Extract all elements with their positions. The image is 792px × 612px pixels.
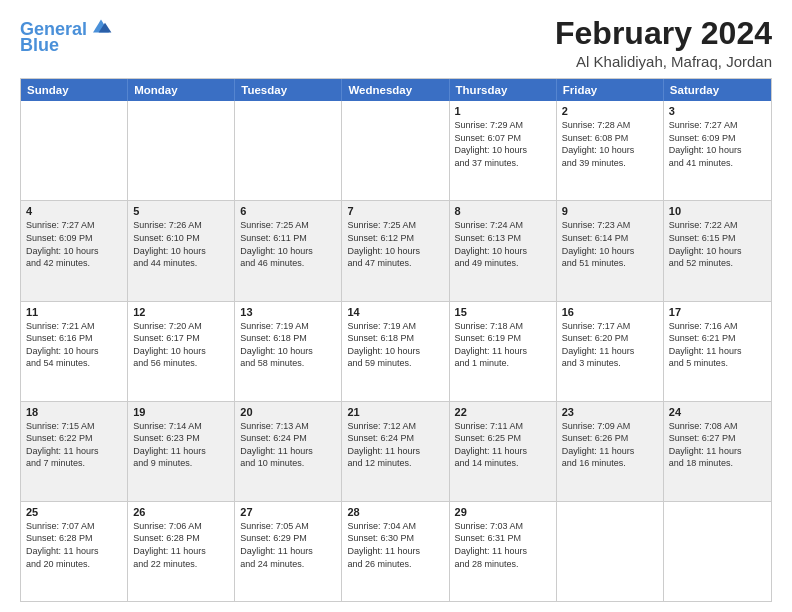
day-cell-8: 8Sunrise: 7:24 AM Sunset: 6:13 PM Daylig… — [450, 201, 557, 300]
day-info: Sunrise: 7:19 AM Sunset: 6:18 PM Dayligh… — [347, 320, 443, 370]
day-info: Sunrise: 7:19 AM Sunset: 6:18 PM Dayligh… — [240, 320, 336, 370]
day-cell-9: 9Sunrise: 7:23 AM Sunset: 6:14 PM Daylig… — [557, 201, 664, 300]
day-number: 24 — [669, 406, 766, 418]
weekday-header-thursday: Thursday — [450, 79, 557, 101]
day-number: 14 — [347, 306, 443, 318]
day-number: 17 — [669, 306, 766, 318]
day-info: Sunrise: 7:14 AM Sunset: 6:23 PM Dayligh… — [133, 420, 229, 470]
day-cell-7: 7Sunrise: 7:25 AM Sunset: 6:12 PM Daylig… — [342, 201, 449, 300]
calendar-body: 1Sunrise: 7:29 AM Sunset: 6:07 PM Daylig… — [21, 101, 771, 601]
day-number: 26 — [133, 506, 229, 518]
day-number: 7 — [347, 205, 443, 217]
day-info: Sunrise: 7:25 AM Sunset: 6:12 PM Dayligh… — [347, 219, 443, 269]
day-number: 12 — [133, 306, 229, 318]
day-number: 29 — [455, 506, 551, 518]
calendar-row-4: 18Sunrise: 7:15 AM Sunset: 6:22 PM Dayli… — [21, 401, 771, 501]
day-info: Sunrise: 7:12 AM Sunset: 6:24 PM Dayligh… — [347, 420, 443, 470]
day-number: 23 — [562, 406, 658, 418]
day-cell-28: 28Sunrise: 7:04 AM Sunset: 6:30 PM Dayli… — [342, 502, 449, 601]
day-number: 6 — [240, 205, 336, 217]
day-info: Sunrise: 7:05 AM Sunset: 6:29 PM Dayligh… — [240, 520, 336, 570]
day-info: Sunrise: 7:09 AM Sunset: 6:26 PM Dayligh… — [562, 420, 658, 470]
day-info: Sunrise: 7:06 AM Sunset: 6:28 PM Dayligh… — [133, 520, 229, 570]
day-info: Sunrise: 7:22 AM Sunset: 6:15 PM Dayligh… — [669, 219, 766, 269]
day-cell-13: 13Sunrise: 7:19 AM Sunset: 6:18 PM Dayli… — [235, 302, 342, 401]
logo-icon — [89, 14, 113, 38]
day-number: 3 — [669, 105, 766, 117]
day-info: Sunrise: 7:27 AM Sunset: 6:09 PM Dayligh… — [26, 219, 122, 269]
day-number: 16 — [562, 306, 658, 318]
weekday-header-friday: Friday — [557, 79, 664, 101]
day-number: 10 — [669, 205, 766, 217]
day-info: Sunrise: 7:23 AM Sunset: 6:14 PM Dayligh… — [562, 219, 658, 269]
day-cell-29: 29Sunrise: 7:03 AM Sunset: 6:31 PM Dayli… — [450, 502, 557, 601]
day-cell-20: 20Sunrise: 7:13 AM Sunset: 6:24 PM Dayli… — [235, 402, 342, 501]
day-cell-26: 26Sunrise: 7:06 AM Sunset: 6:28 PM Dayli… — [128, 502, 235, 601]
weekday-header-monday: Monday — [128, 79, 235, 101]
day-number: 21 — [347, 406, 443, 418]
day-cell-12: 12Sunrise: 7:20 AM Sunset: 6:17 PM Dayli… — [128, 302, 235, 401]
day-cell-4: 4Sunrise: 7:27 AM Sunset: 6:09 PM Daylig… — [21, 201, 128, 300]
day-info: Sunrise: 7:11 AM Sunset: 6:25 PM Dayligh… — [455, 420, 551, 470]
day-cell-22: 22Sunrise: 7:11 AM Sunset: 6:25 PM Dayli… — [450, 402, 557, 501]
day-number: 19 — [133, 406, 229, 418]
day-number: 15 — [455, 306, 551, 318]
main-title: February 2024 — [555, 16, 772, 51]
weekday-header-wednesday: Wednesday — [342, 79, 449, 101]
day-cell-15: 15Sunrise: 7:18 AM Sunset: 6:19 PM Dayli… — [450, 302, 557, 401]
day-number: 11 — [26, 306, 122, 318]
day-number: 13 — [240, 306, 336, 318]
day-cell-25: 25Sunrise: 7:07 AM Sunset: 6:28 PM Dayli… — [21, 502, 128, 601]
day-info: Sunrise: 7:08 AM Sunset: 6:27 PM Dayligh… — [669, 420, 766, 470]
weekday-header-sunday: Sunday — [21, 79, 128, 101]
day-cell-16: 16Sunrise: 7:17 AM Sunset: 6:20 PM Dayli… — [557, 302, 664, 401]
day-number: 5 — [133, 205, 229, 217]
day-cell-27: 27Sunrise: 7:05 AM Sunset: 6:29 PM Dayli… — [235, 502, 342, 601]
empty-cell-0-0 — [21, 101, 128, 200]
empty-cell-0-2 — [235, 101, 342, 200]
day-info: Sunrise: 7:15 AM Sunset: 6:22 PM Dayligh… — [26, 420, 122, 470]
day-info: Sunrise: 7:04 AM Sunset: 6:30 PM Dayligh… — [347, 520, 443, 570]
day-info: Sunrise: 7:28 AM Sunset: 6:08 PM Dayligh… — [562, 119, 658, 169]
day-info: Sunrise: 7:26 AM Sunset: 6:10 PM Dayligh… — [133, 219, 229, 269]
day-number: 2 — [562, 105, 658, 117]
day-cell-11: 11Sunrise: 7:21 AM Sunset: 6:16 PM Dayli… — [21, 302, 128, 401]
weekday-header-saturday: Saturday — [664, 79, 771, 101]
day-cell-2: 2Sunrise: 7:28 AM Sunset: 6:08 PM Daylig… — [557, 101, 664, 200]
day-cell-14: 14Sunrise: 7:19 AM Sunset: 6:18 PM Dayli… — [342, 302, 449, 401]
day-info: Sunrise: 7:27 AM Sunset: 6:09 PM Dayligh… — [669, 119, 766, 169]
day-cell-19: 19Sunrise: 7:14 AM Sunset: 6:23 PM Dayli… — [128, 402, 235, 501]
day-info: Sunrise: 7:20 AM Sunset: 6:17 PM Dayligh… — [133, 320, 229, 370]
day-number: 9 — [562, 205, 658, 217]
day-info: Sunrise: 7:03 AM Sunset: 6:31 PM Dayligh… — [455, 520, 551, 570]
day-cell-18: 18Sunrise: 7:15 AM Sunset: 6:22 PM Dayli… — [21, 402, 128, 501]
day-cell-1: 1Sunrise: 7:29 AM Sunset: 6:07 PM Daylig… — [450, 101, 557, 200]
day-number: 4 — [26, 205, 122, 217]
day-info: Sunrise: 7:18 AM Sunset: 6:19 PM Dayligh… — [455, 320, 551, 370]
day-number: 1 — [455, 105, 551, 117]
day-info: Sunrise: 7:07 AM Sunset: 6:28 PM Dayligh… — [26, 520, 122, 570]
day-info: Sunrise: 7:24 AM Sunset: 6:13 PM Dayligh… — [455, 219, 551, 269]
empty-cell-0-3 — [342, 101, 449, 200]
calendar-row-1: 1Sunrise: 7:29 AM Sunset: 6:07 PM Daylig… — [21, 101, 771, 200]
day-cell-6: 6Sunrise: 7:25 AM Sunset: 6:11 PM Daylig… — [235, 201, 342, 300]
day-info: Sunrise: 7:29 AM Sunset: 6:07 PM Dayligh… — [455, 119, 551, 169]
day-number: 8 — [455, 205, 551, 217]
empty-cell-4-6 — [664, 502, 771, 601]
empty-cell-0-1 — [128, 101, 235, 200]
day-info: Sunrise: 7:16 AM Sunset: 6:21 PM Dayligh… — [669, 320, 766, 370]
weekday-header-tuesday: Tuesday — [235, 79, 342, 101]
day-info: Sunrise: 7:25 AM Sunset: 6:11 PM Dayligh… — [240, 219, 336, 269]
sub-title: Al Khalidiyah, Mafraq, Jordan — [555, 53, 772, 70]
calendar-header: SundayMondayTuesdayWednesdayThursdayFrid… — [21, 79, 771, 101]
day-cell-24: 24Sunrise: 7:08 AM Sunset: 6:27 PM Dayli… — [664, 402, 771, 501]
day-number: 27 — [240, 506, 336, 518]
day-number: 28 — [347, 506, 443, 518]
day-cell-21: 21Sunrise: 7:12 AM Sunset: 6:24 PM Dayli… — [342, 402, 449, 501]
day-cell-23: 23Sunrise: 7:09 AM Sunset: 6:26 PM Dayli… — [557, 402, 664, 501]
calendar-row-2: 4Sunrise: 7:27 AM Sunset: 6:09 PM Daylig… — [21, 200, 771, 300]
day-cell-3: 3Sunrise: 7:27 AM Sunset: 6:09 PM Daylig… — [664, 101, 771, 200]
calendar-row-3: 11Sunrise: 7:21 AM Sunset: 6:16 PM Dayli… — [21, 301, 771, 401]
calendar-row-5: 25Sunrise: 7:07 AM Sunset: 6:28 PM Dayli… — [21, 501, 771, 601]
day-info: Sunrise: 7:21 AM Sunset: 6:16 PM Dayligh… — [26, 320, 122, 370]
